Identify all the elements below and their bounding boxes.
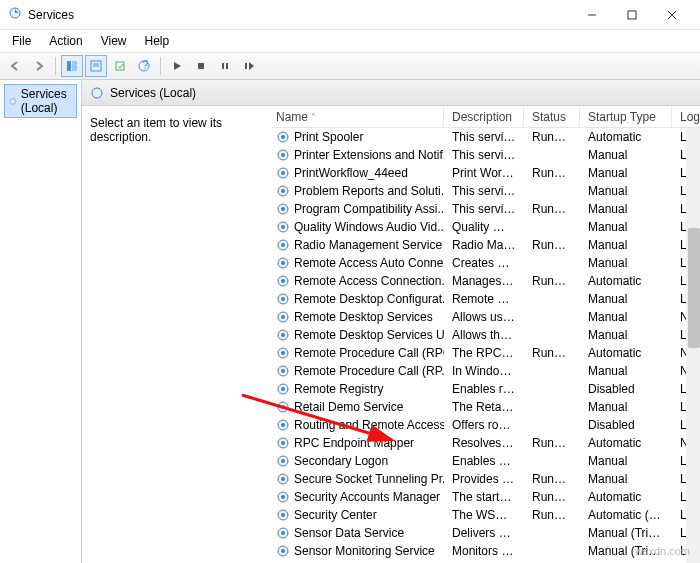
column-name[interactable]: Nameˆ <box>272 106 444 127</box>
cell-status: Running <box>524 436 580 450</box>
svg-point-48 <box>281 387 285 391</box>
window-title: Services <box>28 8 572 22</box>
cell-name: Routing and Remote Access <box>272 418 444 432</box>
svg-rect-13 <box>198 63 204 69</box>
export-button[interactable] <box>109 55 131 77</box>
show-hide-tree-button[interactable] <box>61 55 83 77</box>
svg-rect-5 <box>67 61 71 71</box>
service-row[interactable]: Problem Reports and Soluti...This servic… <box>272 182 700 200</box>
watermark: wsxdn.com <box>635 545 690 557</box>
cell-name: Printer Extensions and Notif... <box>272 148 444 162</box>
app-icon <box>8 6 22 23</box>
properties-button[interactable] <box>85 55 107 77</box>
cell-description: This service ... <box>444 184 524 198</box>
service-row[interactable]: Print SpoolerThis service ...RunningAuto… <box>272 128 700 146</box>
svg-point-17 <box>10 98 16 104</box>
cell-name: Quality Windows Audio Vid... <box>272 220 444 234</box>
service-row[interactable]: Remote Access Connection...Manages di...… <box>272 272 700 290</box>
tree-node-label: Services (Local) <box>21 87 72 115</box>
svg-rect-15 <box>226 63 228 69</box>
service-row[interactable]: Remote Procedure Call (RP...In Windows..… <box>272 362 700 380</box>
cell-description: Remote Des... <box>444 292 524 306</box>
svg-text:?: ? <box>142 60 149 72</box>
maximize-button[interactable] <box>612 1 652 29</box>
service-row[interactable]: Program Compatibility Assi...This servic… <box>272 200 700 218</box>
cell-status: Running <box>524 274 580 288</box>
service-row[interactable]: Remote Desktop Configurat...Remote Des..… <box>272 290 700 308</box>
cell-name: Security Center <box>272 508 444 522</box>
cell-startup: Manual <box>580 238 672 252</box>
cell-description: Monitors va... <box>444 544 524 558</box>
cell-name: Retail Demo Service <box>272 400 444 414</box>
back-button[interactable] <box>4 55 26 77</box>
content-header: Services (Local) <box>82 80 700 106</box>
service-row[interactable]: Secure Socket Tunneling Pr...Provides su… <box>272 470 700 488</box>
service-row[interactable]: Routing and Remote AccessOffers routi...… <box>272 416 700 434</box>
vertical-scrollbar[interactable] <box>686 128 700 563</box>
menu-view[interactable]: View <box>93 32 135 50</box>
svg-point-20 <box>281 135 285 139</box>
cell-description: Delivers dat... <box>444 526 524 540</box>
cell-description: This service ... <box>444 202 524 216</box>
column-startup-type[interactable]: Startup Type <box>580 106 672 127</box>
cell-startup: Manual <box>580 310 672 324</box>
forward-button[interactable] <box>28 55 50 77</box>
menu-help[interactable]: Help <box>137 32 178 50</box>
cell-name: Secure Socket Tunneling Pr... <box>272 472 444 486</box>
service-row[interactable]: Secondary LogonEnables star...ManualLoc <box>272 452 700 470</box>
service-row[interactable]: Remote Procedure Call (RPC)The RPCSS ...… <box>272 344 700 362</box>
minimize-button[interactable] <box>572 1 612 29</box>
cell-startup: Automatic <box>580 130 672 144</box>
svg-rect-16 <box>245 63 247 69</box>
description-hint: Select an item to view its description. <box>90 116 222 144</box>
cell-status: Running <box>524 472 580 486</box>
menu-file[interactable]: File <box>4 32 39 50</box>
tree-node-services-local[interactable]: Services (Local) <box>4 84 77 118</box>
cell-startup: Manual (Trig... <box>580 526 672 540</box>
pause-button[interactable] <box>214 55 236 77</box>
start-button[interactable] <box>166 55 188 77</box>
service-row[interactable]: Remote Desktop Services U...Allows the r… <box>272 326 700 344</box>
service-row[interactable]: Remote Desktop ServicesAllows user...Man… <box>272 308 700 326</box>
svg-point-32 <box>281 243 285 247</box>
service-row[interactable]: Retail Demo ServiceThe Retail D...Manual… <box>272 398 700 416</box>
cell-name: Print Spooler <box>272 130 444 144</box>
service-row[interactable]: Sensor Data ServiceDelivers dat...Manual… <box>272 524 700 542</box>
column-description[interactable]: Description <box>444 106 524 127</box>
service-row[interactable]: Printer Extensions and Notif...This serv… <box>272 146 700 164</box>
service-row[interactable]: Quality Windows Audio Vid...Quality Win.… <box>272 218 700 236</box>
svg-point-24 <box>281 171 285 175</box>
column-status[interactable]: Status <box>524 106 580 127</box>
scrollbar-thumb[interactable] <box>688 228 700 348</box>
column-logon[interactable]: Log <box>672 106 700 127</box>
service-row[interactable]: Security CenterThe WSCSV...RunningAutoma… <box>272 506 700 524</box>
svg-point-28 <box>281 207 285 211</box>
cell-description: Enables rem... <box>444 382 524 396</box>
service-row[interactable]: RPC Endpoint MapperResolves RP...Running… <box>272 434 700 452</box>
cell-name: Sensor Data Service <box>272 526 444 540</box>
menu-action[interactable]: Action <box>41 32 90 50</box>
toolbar-separator <box>55 57 56 75</box>
stop-button[interactable] <box>190 55 212 77</box>
svg-rect-10 <box>116 62 124 70</box>
cell-name: Remote Desktop Configurat... <box>272 292 444 306</box>
cell-name: Secondary Logon <box>272 454 444 468</box>
service-row[interactable]: Remote RegistryEnables rem...DisabledLoc <box>272 380 700 398</box>
svg-point-30 <box>281 225 285 229</box>
cell-startup: Manual <box>580 400 672 414</box>
restart-button[interactable] <box>238 55 260 77</box>
cell-name: Sensor Monitoring Service <box>272 544 444 558</box>
help-button[interactable]: ? <box>133 55 155 77</box>
svg-point-62 <box>281 513 285 517</box>
cell-startup: Manual <box>580 292 672 306</box>
close-button[interactable] <box>652 1 692 29</box>
cell-startup: Disabled <box>580 382 672 396</box>
service-row[interactable]: Radio Management ServiceRadio Mana...Run… <box>272 236 700 254</box>
service-row[interactable]: Remote Access Auto Conne...Creates a co.… <box>272 254 700 272</box>
service-row[interactable]: PrintWorkflow_44eedPrint Workfl...Runnin… <box>272 164 700 182</box>
content-header-title: Services (Local) <box>110 86 196 100</box>
cell-description: Print Workfl... <box>444 166 524 180</box>
cell-description: The Retail D... <box>444 400 524 414</box>
services-icon <box>90 86 104 100</box>
service-row[interactable]: Security Accounts ManagerThe startup ...… <box>272 488 700 506</box>
